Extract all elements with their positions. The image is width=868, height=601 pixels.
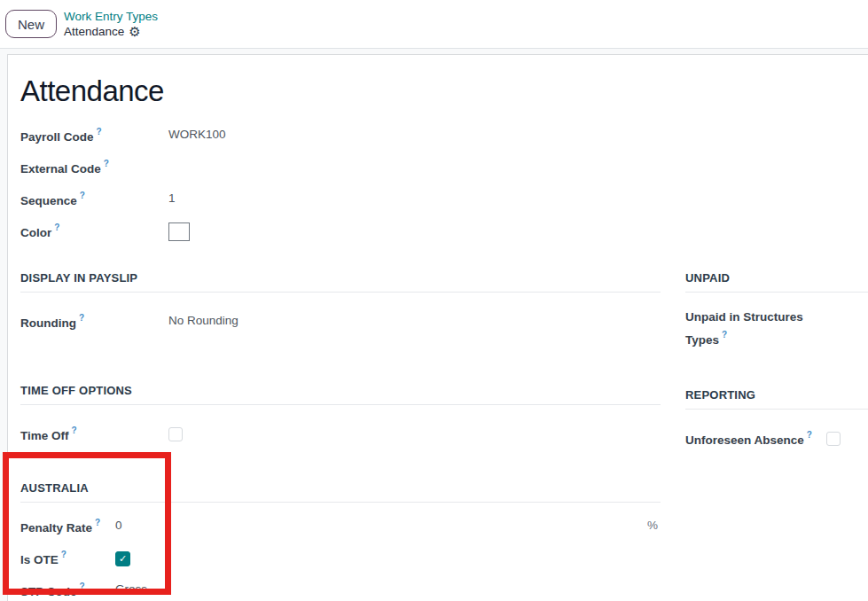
payroll-code-label: Payroll Code?: [20, 128, 168, 144]
breadcrumb-current: Attendance: [64, 24, 124, 39]
help-icon[interactable]: ?: [97, 127, 102, 137]
sequence-label: Sequence?: [20, 191, 168, 207]
help-icon[interactable]: ?: [79, 313, 84, 323]
field-row-unforeseen-absence: Unforeseen Absence? ✓: [685, 427, 868, 450]
form-sheet: Attendance Payroll Code? WORK100 Externa…: [8, 55, 868, 601]
help-icon[interactable]: ?: [95, 518, 100, 527]
field-row-unpaid-structures: Unpaid in Structures Types?: [685, 308, 868, 349]
section-title-display-in-payslip: DISPLAY IN PAYSLIP: [20, 271, 661, 293]
unforeseen-absence-label: Unforeseen Absence?: [685, 431, 812, 447]
help-icon[interactable]: ?: [61, 550, 66, 559]
general-fields: Payroll Code? WORK100 External Code? Seq…: [20, 124, 868, 243]
time-off-label: Time Off?: [20, 426, 168, 442]
top-bar: New Work Entry Types Attendance ⚙: [0, 0, 868, 49]
help-icon[interactable]: ?: [80, 581, 85, 591]
section-title-reporting: REPORTING: [685, 388, 868, 410]
field-row-is-ote: Is OTE? ✓: [20, 547, 661, 570]
field-row-rounding: Rounding? No Rounding: [20, 310, 661, 333]
help-icon[interactable]: ?: [807, 430, 812, 440]
section-title-unpaid: UNPAID: [685, 271, 868, 293]
color-label: Color?: [20, 223, 168, 239]
time-off-checkbox[interactable]: ✓: [168, 427, 183, 441]
section-reporting: REPORTING Unforeseen Absence? ✓: [685, 388, 868, 450]
sequence-field[interactable]: 1: [168, 191, 222, 207]
field-row-stp-code: STP Code? Gross: [20, 579, 661, 601]
section-title-australia: AUSTRALIA: [20, 481, 661, 503]
field-row-payroll-code: Payroll Code? WORK100: [20, 124, 868, 147]
rounding-label: Rounding?: [20, 314, 168, 330]
external-code-label: External Code?: [20, 160, 168, 176]
stp-code-label: STP Code?: [20, 582, 115, 598]
section-australia: AUSTRALIA Penalty Rate? 0 % Is OTE?: [20, 481, 661, 601]
form-card: Attendance Payroll Code? WORK100 Externa…: [7, 54, 868, 601]
unforeseen-absence-checkbox[interactable]: ✓: [826, 432, 841, 446]
field-row-time-off: Time Off? ✓: [20, 423, 661, 446]
left-column: DISPLAY IN PAYSLIP Rounding? No Rounding…: [20, 271, 661, 601]
breadcrumb-parent-link[interactable]: Work Entry Types: [64, 9, 158, 24]
external-code-field[interactable]: [168, 160, 222, 176]
breadcrumb: Work Entry Types Attendance ⚙: [64, 9, 158, 39]
penalty-rate-field[interactable]: 0: [115, 519, 168, 535]
help-icon[interactable]: ?: [722, 330, 727, 340]
check-icon: ✓: [119, 554, 127, 564]
section-display-in-payslip: DISPLAY IN PAYSLIP Rounding? No Rounding: [20, 271, 661, 333]
payroll-code-field[interactable]: WORK100: [168, 128, 226, 144]
right-column: UNPAID Unpaid in Structures Types? REPOR…: [685, 271, 868, 450]
new-button[interactable]: New: [5, 10, 57, 38]
field-row-penalty-rate: Penalty Rate? 0 %: [20, 515, 661, 538]
is-ote-label: Is OTE?: [20, 550, 115, 566]
penalty-rate-label: Penalty Rate?: [20, 519, 115, 535]
section-title-time-off-options: TIME OFF OPTIONS: [20, 384, 661, 405]
section-time-off-options: TIME OFF OPTIONS Time Off? ✓: [20, 384, 661, 446]
help-icon[interactable]: ?: [104, 159, 109, 168]
stp-code-field[interactable]: Gross: [115, 582, 168, 598]
form-columns: DISPLAY IN PAYSLIP Rounding? No Rounding…: [20, 271, 868, 601]
unpaid-structures-label: Unpaid in Structures Types?: [685, 308, 827, 349]
record-title[interactable]: Attendance: [20, 74, 868, 109]
section-unpaid: UNPAID Unpaid in Structures Types?: [685, 271, 868, 349]
help-icon[interactable]: ?: [80, 191, 85, 200]
is-ote-checkbox[interactable]: ✓: [115, 551, 130, 566]
rounding-field[interactable]: No Rounding: [168, 314, 239, 330]
gear-icon[interactable]: ⚙: [129, 25, 140, 38]
help-icon[interactable]: ?: [54, 222, 59, 232]
field-row-sequence: Sequence? 1: [20, 188, 868, 211]
field-row-color: Color?: [20, 220, 868, 243]
help-icon[interactable]: ?: [72, 425, 77, 435]
field-row-external-code: External Code?: [20, 156, 868, 179]
color-swatch[interactable]: [168, 222, 190, 241]
percent-suffix: %: [647, 519, 658, 532]
unpaid-structures-field[interactable]: [827, 308, 868, 324]
